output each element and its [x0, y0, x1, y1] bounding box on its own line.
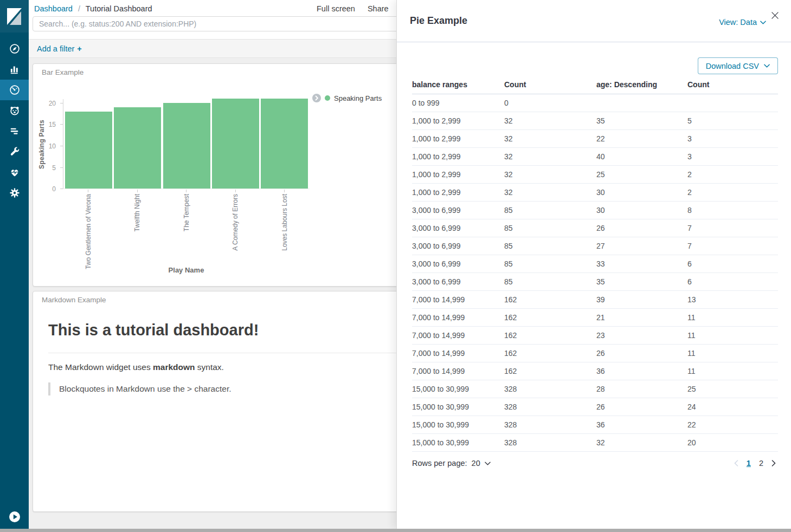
y-axis-tick-label: 20: [40, 100, 56, 107]
table-row: 3,000 to 6,99985277: [412, 237, 778, 255]
chevron-down-icon: [485, 462, 491, 465]
plus-icon: +: [77, 44, 81, 53]
panel-title: Bar Example: [42, 68, 83, 76]
share-button[interactable]: Share: [368, 4, 389, 13]
x-axis-label: Loves Labours Lost: [281, 194, 288, 251]
close-button[interactable]: [770, 11, 780, 20]
column-header: Count: [504, 80, 596, 94]
page-controls: 12: [734, 459, 776, 468]
data-table: balance rangesCountage: DescendingCount …: [412, 80, 778, 452]
bar-chart-plot: [63, 99, 310, 189]
x-axis-title: Play Name: [63, 266, 310, 274]
column-header: Count: [687, 80, 778, 94]
compass-icon: [9, 43, 21, 55]
sidebar-item-discover[interactable]: [0, 38, 29, 59]
table-row: 7,000 to 14,9991623611: [412, 362, 778, 380]
column-header: balance ranges: [412, 80, 504, 94]
sidebar-item-timelion[interactable]: [0, 100, 29, 121]
flyout-body: Download CSV balance rangesCountage: Des…: [397, 42, 791, 468]
top-actions: Full screen Share: [317, 4, 389, 13]
pagination: Rows per page: 20 12: [412, 459, 778, 468]
column-header: age: Descending: [596, 80, 687, 94]
breadcrumb-dashboard-link[interactable]: Dashboard: [34, 4, 73, 13]
table-row: 1,000 to 2,99932403: [412, 148, 778, 166]
y-ticks-container: 05101520: [33, 99, 63, 189]
previous-page-button[interactable]: [734, 460, 738, 466]
table-row: 3,000 to 6,99985267: [412, 219, 778, 237]
table-body: 0 to 99901,000 to 2,999323551,000 to 2,9…: [412, 94, 778, 452]
table-row: 7,000 to 14,9991622611: [412, 345, 778, 362]
pie-example-flyout: Pie Example View: Data Download CSV bala…: [396, 0, 791, 529]
sidebar-item-visualize[interactable]: [0, 59, 29, 80]
table-row: 3,000 to 6,99985336: [412, 255, 778, 273]
kibana-logo[interactable]: [0, 0, 29, 33]
table-header-row: balance rangesCountage: DescendingCount: [412, 80, 778, 94]
sidebar-item-logs[interactable]: [0, 121, 29, 141]
face-icon: [9, 105, 21, 116]
x-axis-label: A Comedy of Errors: [231, 194, 239, 251]
chevron-right-icon: [771, 460, 776, 466]
chevron-down-icon: [764, 64, 770, 68]
table-row: 1,000 to 2,99932223: [412, 130, 778, 148]
breadcrumb-current: Tutorial Dashboard: [86, 4, 152, 13]
rows-per-page-button[interactable]: Rows per page: 20: [412, 459, 491, 468]
next-page-button[interactable]: [771, 460, 776, 466]
view-data-selector[interactable]: View: Data: [719, 18, 766, 27]
download-csv-button[interactable]: Download CSV: [698, 57, 778, 74]
x-ticks-container: [63, 190, 310, 192]
page-number-1[interactable]: 1: [747, 459, 751, 468]
table-row: 7,000 to 14,9991623913: [412, 291, 778, 309]
table-row: 0 to 9990: [412, 94, 778, 112]
table-row: 15,000 to 30,9993283220: [412, 434, 778, 452]
chevron-left-icon: [734, 460, 738, 466]
close-icon: [771, 12, 779, 19]
chart-legend: Speaking Parts: [312, 94, 382, 102]
panel-title: Markdown Example: [42, 296, 106, 304]
bar[interactable]: [114, 107, 161, 189]
y-axis-tick-label: 0: [40, 185, 56, 193]
sidebar-nav: [0, 38, 29, 203]
add-filter-button[interactable]: Add a filter+: [37, 44, 82, 53]
y-axis-tick-label: 15: [40, 121, 56, 128]
breadcrumb: Dashboard / Tutorial Dashboard: [34, 4, 152, 13]
bar[interactable]: [261, 99, 308, 189]
x-axis-label: Two Gentlemen of Verona: [85, 194, 92, 269]
bar[interactable]: [163, 103, 210, 189]
table-row: 15,000 to 30,9993282825: [412, 380, 778, 398]
table-row: 1,000 to 2,99932302: [412, 184, 778, 202]
table-row: 7,000 to 14,9991622111: [412, 309, 778, 327]
page-numbers: 12: [747, 459, 763, 468]
markdown-paragraph: The Markdown widget uses markdown syntax…: [48, 362, 224, 372]
sidebar-item-management[interactable]: [0, 183, 29, 203]
play-circle-icon: [8, 510, 21, 523]
flyout-title: Pie Example: [410, 15, 467, 27]
sidebar-item-dashboard[interactable]: [0, 80, 29, 100]
table-row: 7,000 to 14,9991622311: [412, 327, 778, 345]
markdown-blockquote: Blockquotes in Markdown use the > charac…: [48, 382, 231, 395]
page-number-2[interactable]: 2: [759, 459, 763, 468]
y-axis-tick-label: 5: [40, 164, 56, 172]
bars-container: [63, 99, 310, 189]
bar[interactable]: [65, 112, 112, 189]
gear-icon: [9, 187, 21, 199]
breadcrumb-separator: /: [78, 4, 80, 13]
kibana-logo-icon: [7, 8, 22, 25]
sidebar-item-dev-tools[interactable]: [0, 141, 29, 162]
legend-series-label[interactable]: Speaking Parts: [334, 94, 382, 102]
table-row: 1,000 to 2,99932252: [412, 166, 778, 184]
legend-toggle-button[interactable]: [312, 94, 321, 102]
flyout-header: Pie Example View: Data: [397, 0, 791, 42]
sidebar-collapse-button[interactable]: [8, 510, 21, 523]
gauge-icon: [9, 84, 21, 96]
chevron-down-icon: [760, 21, 766, 24]
full-screen-button[interactable]: Full screen: [317, 4, 355, 13]
sidebar: [0, 0, 29, 529]
wrench-icon: [9, 146, 21, 158]
table-row: 1,000 to 2,99932355: [412, 112, 778, 130]
heartbeat-icon: [9, 166, 21, 178]
sidebar-item-monitoring[interactable]: [0, 162, 29, 183]
x-axis-label: Twelfth Night: [133, 194, 141, 231]
x-labels-container: Two Gentlemen of VeronaTwelfth NightThe …: [63, 194, 310, 271]
bar[interactable]: [212, 99, 259, 189]
x-axis-label: The Tempest: [183, 194, 190, 231]
